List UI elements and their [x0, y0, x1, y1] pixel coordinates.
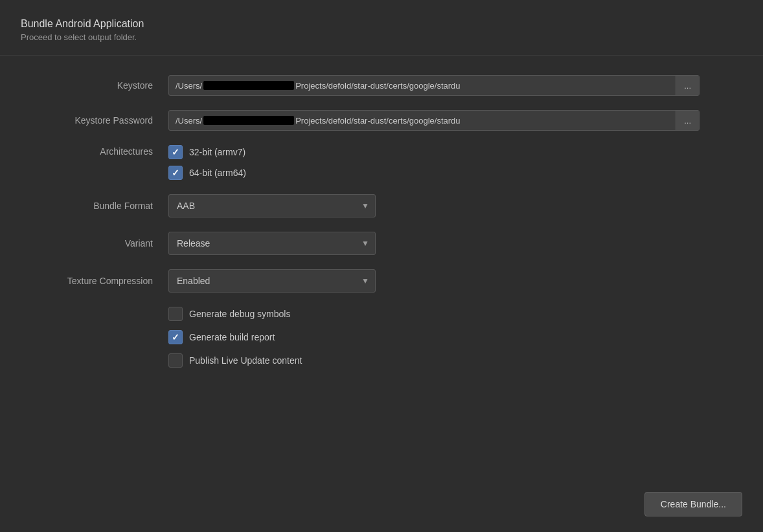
- arch-64bit-label: 64-bit (arm64): [189, 168, 246, 178]
- keystore-password-label: Keystore Password: [26, 115, 168, 126]
- keystore-suffix: Projects/defold/star-dust/certs/google/s…: [295, 81, 676, 91]
- variant-label: Variant: [26, 238, 168, 249]
- variant-row: Variant Debug Release ▼: [26, 232, 737, 255]
- checkboxes-section: Generate debug symbols ✓ Generate build …: [26, 307, 737, 368]
- generate-build-report-row: ✓ Generate build report: [168, 330, 737, 344]
- keystore-password-suffix: Projects/defold/star-dust/certs/google/s…: [295, 116, 676, 126]
- keystore-password-row: Keystore Password /Users/ Projects/defol…: [26, 110, 737, 131]
- architectures-label: Architectures: [26, 145, 168, 157]
- keystore-password-redacted: [203, 116, 294, 125]
- dialog-content: Keystore /Users/ Projects/defold/star-du…: [0, 56, 763, 387]
- keystore-redacted: [203, 81, 294, 90]
- keystore-label: Keystore: [26, 80, 168, 91]
- dialog-title: Bundle Android Application: [21, 18, 742, 30]
- generate-build-report-label: Generate build report: [189, 332, 275, 342]
- keystore-browse-button[interactable]: ...: [676, 76, 699, 95]
- bundle-format-select[interactable]: APK AAB: [168, 194, 376, 217]
- publish-live-update-checkbox[interactable]: [168, 353, 183, 368]
- arch-32bit-checkbox[interactable]: ✓: [168, 145, 183, 159]
- keystore-prefix: /Users/: [169, 81, 202, 91]
- texture-compression-row: Texture Compression Enabled Disabled ▼: [26, 269, 737, 293]
- bundle-format-row: Bundle Format APK AAB ▼: [26, 194, 737, 217]
- publish-live-update-row: Publish Live Update content: [168, 353, 737, 368]
- dialog-footer: Create Bundle...: [644, 492, 742, 516]
- arch-32bit-label: 32-bit (armv7): [189, 147, 245, 157]
- bundle-format-label: Bundle Format: [26, 201, 168, 211]
- texture-compression-select[interactable]: Enabled Disabled: [168, 269, 376, 293]
- arch-32bit-row: ✓ 32-bit (armv7): [168, 145, 246, 159]
- variant-select[interactable]: Debug Release: [168, 232, 376, 255]
- dialog-header: Bundle Android Application Proceed to se…: [0, 0, 763, 56]
- architectures-row: Architectures ✓ 32-bit (armv7) ✓ 64-bit …: [26, 145, 737, 180]
- arch-64bit-row: ✓ 64-bit (arm64): [168, 166, 246, 180]
- checkmark-icon: ✓: [172, 148, 179, 157]
- architectures-group: ✓ 32-bit (armv7) ✓ 64-bit (arm64): [168, 145, 246, 180]
- arch-64bit-checkbox[interactable]: ✓: [168, 166, 183, 180]
- keystore-password-input-wrapper: /Users/ Projects/defold/star-dust/certs/…: [168, 110, 700, 131]
- publish-live-update-label: Publish Live Update content: [189, 355, 302, 366]
- generate-debug-symbols-label: Generate debug symbols: [189, 309, 290, 319]
- keystore-password-prefix: /Users/: [169, 116, 202, 126]
- variant-select-wrapper: Debug Release ▼: [168, 232, 376, 255]
- texture-compression-select-wrapper: Enabled Disabled ▼: [168, 269, 376, 293]
- bundle-format-select-wrapper: APK AAB ▼: [168, 194, 376, 217]
- checkmark-icon: ✓: [172, 333, 179, 342]
- checkmark-icon: ✓: [172, 168, 179, 177]
- keystore-row: Keystore /Users/ Projects/defold/star-du…: [26, 75, 737, 96]
- keystore-password-browse-button[interactable]: ...: [676, 111, 699, 130]
- texture-compression-label: Texture Compression: [26, 276, 168, 286]
- generate-debug-symbols-checkbox[interactable]: [168, 307, 183, 321]
- generate-debug-symbols-row: Generate debug symbols: [168, 307, 737, 321]
- create-bundle-button[interactable]: Create Bundle...: [644, 492, 742, 516]
- keystore-input-wrapper: /Users/ Projects/defold/star-dust/certs/…: [168, 75, 700, 96]
- generate-build-report-checkbox[interactable]: ✓: [168, 330, 183, 344]
- dialog-subtitle: Proceed to select output folder.: [21, 32, 742, 42]
